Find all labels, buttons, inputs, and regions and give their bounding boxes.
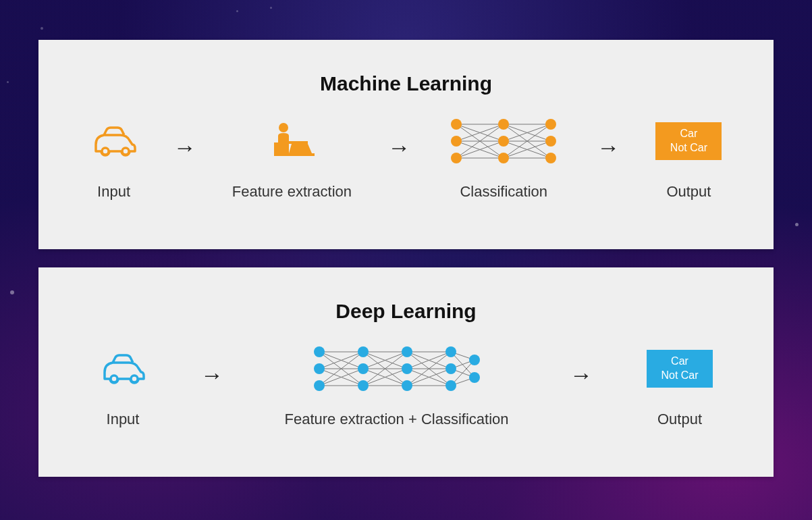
car-icon	[99, 342, 146, 396]
ml-output-stage: Car Not Car Output	[655, 114, 722, 201]
svg-point-27	[498, 119, 509, 130]
svg-point-72	[358, 363, 369, 374]
dl-pipeline-row: Input →	[38, 342, 774, 428]
svg-rect-4	[274, 153, 315, 156]
dl-combined-stage: Feature extraction + Classification	[277, 342, 516, 428]
arrow-icon: →	[597, 134, 620, 161]
ml-title: Machine Learning	[38, 72, 774, 95]
arrow-icon: →	[173, 134, 196, 161]
dl-output-label: Output	[657, 411, 702, 428]
ml-panel: Machine Learning Input →	[38, 40, 774, 249]
dl-input-label: Input	[107, 411, 140, 428]
ml-output-line1: Car	[680, 127, 698, 141]
svg-rect-5	[274, 142, 278, 153]
svg-rect-3	[288, 141, 308, 144]
ml-classification-stage: Classification	[446, 114, 561, 201]
ml-feature-stage: Feature extraction	[232, 114, 352, 201]
deep-neural-network-icon	[309, 342, 485, 396]
arrow-icon: →	[570, 362, 593, 388]
svg-point-75	[402, 363, 412, 374]
svg-point-25	[451, 136, 462, 147]
ml-output-badge: Car Not Car	[655, 122, 722, 160]
dl-input-stage: Input	[99, 342, 146, 428]
arrow-icon: →	[387, 134, 410, 161]
svg-point-70	[314, 380, 325, 391]
dl-output-badge: Car Not Car	[647, 350, 713, 388]
ml-classification-label: Classification	[460, 183, 547, 201]
svg-point-30	[545, 119, 556, 130]
svg-point-73	[358, 380, 369, 391]
ml-output-line2: Not Car	[670, 141, 707, 155]
svg-point-1	[122, 148, 129, 155]
svg-point-80	[469, 355, 480, 365]
svg-point-76	[402, 380, 412, 391]
svg-point-31	[545, 136, 556, 147]
svg-point-0	[102, 148, 109, 155]
svg-point-24	[451, 119, 462, 130]
svg-point-78	[445, 363, 456, 374]
svg-point-69	[314, 363, 325, 374]
dl-combined-label: Feature extraction + Classification	[285, 411, 509, 428]
dl-panel: Deep Learning Input →	[38, 267, 774, 477]
ml-output-label: Output	[666, 183, 711, 201]
svg-point-74	[402, 346, 412, 357]
svg-point-77	[445, 346, 456, 357]
svg-point-68	[314, 346, 325, 357]
car-icon	[90, 114, 138, 168]
svg-point-34	[131, 375, 138, 382]
ml-pipeline-row: Input → Feature extraction →	[38, 114, 774, 201]
svg-point-81	[469, 372, 480, 383]
svg-point-2	[279, 123, 288, 132]
svg-point-33	[111, 375, 117, 382]
neural-network-icon	[446, 114, 561, 168]
svg-point-29	[498, 153, 509, 163]
ml-input-stage: Input	[90, 114, 138, 201]
svg-point-28	[498, 136, 509, 147]
ml-input-label: Input	[97, 183, 130, 201]
svg-point-79	[445, 380, 456, 391]
svg-point-32	[545, 153, 556, 163]
arrow-icon: →	[200, 362, 223, 388]
dl-output-line1: Car	[671, 355, 688, 369]
person-laptop-icon	[265, 114, 319, 168]
svg-point-71	[358, 346, 369, 357]
ml-feature-label: Feature extraction	[232, 183, 352, 201]
dl-title: Deep Learning	[38, 300, 774, 323]
dl-output-line2: Not Car	[661, 369, 698, 383]
svg-point-26	[451, 153, 462, 163]
dl-output-stage: Car Not Car Output	[647, 342, 713, 428]
